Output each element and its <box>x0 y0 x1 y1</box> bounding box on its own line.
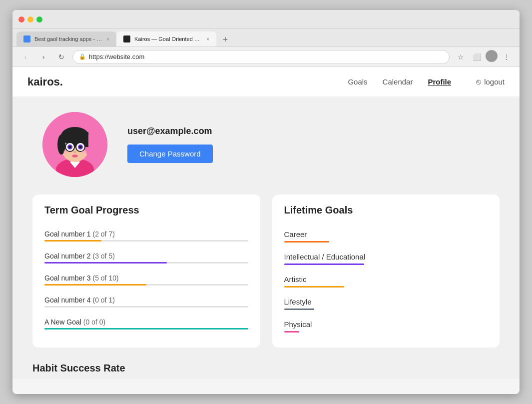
lifetime-goal-item[interactable]: Lifestyle <box>284 292 488 315</box>
goal-bar-track <box>44 306 248 308</box>
change-password-button[interactable]: Change Password <box>127 144 213 163</box>
goal-name: Goal number 4 (0 of 1) <box>44 296 248 304</box>
nav-calendar[interactable]: Calendar <box>383 78 413 86</box>
back-button[interactable]: ‹ <box>18 50 32 64</box>
term-goals-panel: Term Goal Progress Goal number 1 (2 of 7… <box>32 194 260 348</box>
lifetime-goal-bar <box>284 264 364 265</box>
lock-icon: 🔒 <box>79 54 86 60</box>
term-goal-item[interactable]: Goal number 2 (3 of 5) <box>44 247 248 269</box>
term-goals-title: Term Goal Progress <box>44 204 248 216</box>
maximize-button[interactable]: ⊡ <box>36 16 42 22</box>
address-text: https://website.com <box>89 53 144 60</box>
new-tab-button[interactable]: + <box>218 32 232 46</box>
close-button[interactable]: × <box>18 16 24 22</box>
tab-kairos[interactable]: Kairos — Goal Oriented Day Plan... × <box>116 32 216 46</box>
svg-point-14 <box>79 146 82 148</box>
lifetime-goal-name: Career <box>284 230 488 238</box>
goal-bar-track <box>44 284 248 286</box>
address-bar[interactable]: 🔒 https://website.com <box>72 50 450 64</box>
lifetime-goal-item[interactable]: Artistic <box>284 270 488 292</box>
tab-favicon-kairos <box>123 36 130 42</box>
tab-close-google[interactable]: × <box>106 36 109 42</box>
browser-window: × − ⊡ Best gaol tracking apps - Google S… <box>12 10 520 394</box>
tab-label-google: Best gaol tracking apps - Google Searc..… <box>34 36 102 42</box>
lifetime-goal-name: Intellectual / Educational <box>284 252 488 261</box>
user-email: user@example.com <box>127 126 213 136</box>
lifetime-goal-name: Physical <box>284 320 488 328</box>
goal-bar-fill <box>44 262 167 264</box>
goal-bar-fill <box>44 240 101 242</box>
lifetime-goal-name: Lifestyle <box>284 298 488 306</box>
page-content: kairos. Goals Calendar Profile ⎋ logout <box>12 67 520 379</box>
menu-button[interactable]: ⋮ <box>500 50 514 64</box>
tab-favicon-google <box>23 36 30 42</box>
svg-point-18 <box>63 150 68 154</box>
lifetime-goal-bar <box>284 331 299 332</box>
svg-point-11 <box>68 146 71 148</box>
app-nav: kairos. Goals Calendar Profile ⎋ logout <box>12 67 520 97</box>
page-body: user@example.com Change Password Term Go… <box>12 97 520 379</box>
goal-name: Goal number 3 (5 of 10) <box>44 274 248 282</box>
goal-bar-track <box>44 240 248 242</box>
lifetime-goal-bar <box>284 286 344 288</box>
tab-close-kairos[interactable]: × <box>206 36 209 42</box>
lifetime-goals-panel: Lifetime Goals Career Intellectual / Edu… <box>272 194 500 348</box>
lifetime-goal-bar <box>284 308 314 310</box>
svg-point-17 <box>72 154 78 158</box>
svg-point-19 <box>81 150 86 154</box>
lifetime-goals-title: Lifetime Goals <box>284 204 488 216</box>
toolbar-actions: ☆ ⬜ ⋮ <box>454 50 514 64</box>
habit-title: Habit Success Rate <box>32 362 500 374</box>
logout-button[interactable]: ⎋ logout <box>476 78 505 86</box>
window-controls: × − ⊡ <box>18 16 42 22</box>
lifetime-goal-bar <box>284 241 329 242</box>
term-goal-item[interactable]: Goal number 1 (2 of 7) <box>44 225 248 247</box>
browser-titlebar: × − ⊡ <box>12 10 520 29</box>
logout-label: logout <box>484 78 505 86</box>
lifetime-goal-name: Artistic <box>284 275 488 284</box>
nav-links: Goals Calendar Profile ⎋ logout <box>348 78 505 86</box>
goal-name: A New Goal (0 of 0) <box>44 318 248 326</box>
profile-circle[interactable] <box>486 50 498 62</box>
goals-row: Term Goal Progress Goal number 1 (2 of 7… <box>32 194 500 348</box>
lifetime-goal-item[interactable]: Intellectual / Educational <box>284 248 488 270</box>
tab-google[interactable]: Best gaol tracking apps - Google Searc..… <box>16 32 116 46</box>
profile-section: user@example.com Change Password <box>32 112 500 177</box>
svg-point-16 <box>73 151 76 153</box>
profile-info: user@example.com Change Password <box>127 126 213 163</box>
term-goal-item[interactable]: A New Goal (0 of 0) <box>44 313 248 334</box>
term-goals-list: Goal number 1 (2 of 7) Goal number 2 (3 … <box>44 225 248 334</box>
goal-bar-track <box>44 328 248 330</box>
extensions-button[interactable]: ⬜ <box>470 50 484 64</box>
nav-profile[interactable]: Profile <box>428 78 451 86</box>
logout-icon: ⎋ <box>476 78 481 86</box>
goal-bar-track <box>44 262 248 264</box>
forward-button[interactable]: › <box>36 50 50 64</box>
goal-name: Goal number 1 (2 of 7) <box>44 230 248 238</box>
lifetime-goal-item[interactable]: Career <box>284 225 488 248</box>
reload-button[interactable]: ↻ <box>54 50 68 64</box>
browser-toolbar: ‹ › ↻ 🔒 https://website.com ☆ ⬜ ⋮ <box>12 47 520 67</box>
goal-bar-fill <box>44 328 248 330</box>
minimize-button[interactable]: − <box>27 16 33 22</box>
goal-name: Goal number 2 (3 of 5) <box>44 252 248 260</box>
term-goal-item[interactable]: Goal number 4 (0 of 1) <box>44 291 248 313</box>
goal-bar-fill <box>44 284 146 286</box>
tab-label-kairos: Kairos — Goal Oriented Day Plan... <box>134 36 202 42</box>
avatar <box>42 112 107 177</box>
bookmark-button[interactable]: ☆ <box>454 50 468 64</box>
habit-section: Habit Success Rate 75% 50% <box>32 362 500 379</box>
lifetime-goals-list: Career Intellectual / Educational Artist… <box>284 225 488 338</box>
tabs-bar: Best gaol tracking apps - Google Searc..… <box>12 29 520 47</box>
lifetime-goal-item[interactable]: Physical <box>284 315 488 338</box>
term-goal-item[interactable]: Goal number 3 (5 of 10) <box>44 269 248 291</box>
nav-goals[interactable]: Goals <box>348 78 367 86</box>
app-logo: kairos. <box>27 76 63 88</box>
